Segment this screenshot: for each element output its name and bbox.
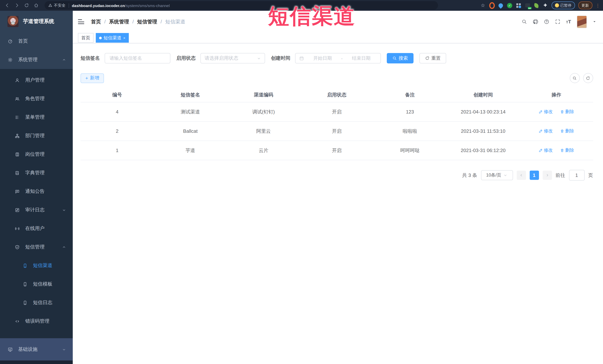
extension-leaf-icon[interactable]: [533, 3, 539, 8]
sidebar-item-sms-mgmt[interactable]: 短信管理: [0, 238, 73, 256]
sms-channel-table: 编号 短信签名 渠道编码 启用状态 备注 创建时间 操作 4 测试渠道: [81, 88, 593, 160]
browser-menu-icon[interactable]: ⋮: [596, 3, 600, 8]
sidebar-item-dept-mgmt[interactable]: 部门管理: [0, 126, 73, 145]
signature-input[interactable]: [109, 55, 166, 61]
back-icon[interactable]: [2, 1, 12, 10]
sidebar-item-post-mgmt[interactable]: 岗位管理: [0, 145, 73, 164]
security-warning[interactable]: 不安全: [48, 3, 66, 8]
signature-input-wrap: [105, 53, 170, 63]
caret-down-icon[interactable]: [592, 20, 596, 24]
reload-icon[interactable]: [22, 1, 31, 10]
breadcrumb-home[interactable]: 首页: [91, 18, 101, 25]
home-icon[interactable]: [31, 1, 41, 10]
date-range-picker[interactable]: 开始日期 - 结束日期: [295, 53, 381, 63]
breadcrumb-system-mgmt[interactable]: 系统管理: [109, 18, 129, 25]
edit-link[interactable]: 修改: [539, 109, 553, 115]
page-number-1[interactable]: 1: [530, 171, 539, 180]
url-path: /system/sms/sms-channel: [125, 3, 170, 8]
chevron-down-icon: [257, 56, 261, 60]
announcement-icon: [15, 189, 20, 194]
table-row: 4 测试渠道 调试(钉钉) 开启 123 2021-04-13 00:23:14…: [81, 102, 593, 121]
paused-label: 已暂停: [560, 3, 571, 8]
extension-on-badge-icon[interactable]: [525, 3, 530, 8]
hamburger-icon[interactable]: [78, 19, 84, 24]
date-start-placeholder[interactable]: 开始日期: [307, 55, 338, 61]
table-row: 1 芋道 云片 开启 呵呵呵哒 2021-03-31 06:12:20 修改 删…: [81, 141, 593, 160]
status-label: 启用状态: [176, 55, 196, 62]
app-logo[interactable]: 🐰 芋道管理系统: [0, 11, 73, 32]
sidebar-item-system-mgmt[interactable]: 系统管理: [0, 50, 73, 69]
tab-sms-channel[interactable]: 短信渠道 ×: [96, 33, 129, 43]
sidebar-item-user-mgmt[interactable]: 用户管理: [0, 71, 73, 89]
table-toolbar: + 新增: [81, 73, 593, 83]
sidebar-item-dict-mgmt[interactable]: 字典管理: [0, 164, 73, 182]
table-row: 2 Ballcat 阿里云 开启 啦啦啦 2021-03-31 11:53:10…: [81, 121, 593, 141]
add-button[interactable]: + 新增: [81, 73, 104, 83]
page-size-select[interactable]: 10条/页: [481, 170, 513, 180]
extension-pin-icon[interactable]: [498, 3, 504, 8]
help-icon[interactable]: [544, 19, 549, 24]
bookmark-star-icon[interactable]: ☆: [480, 3, 486, 8]
address-bar[interactable]: 不安全 dashboard.yudao.iocoder.cn/system/sm…: [45, 1, 438, 10]
url-host: dashboard.yudao.iocoder.cn: [72, 3, 125, 8]
profile-paused-badge[interactable]: 已暂停: [551, 1, 575, 9]
close-icon[interactable]: ×: [123, 36, 126, 40]
col-actions: 操作: [520, 88, 593, 102]
page-unit: 页: [588, 172, 593, 178]
edit-link[interactable]: 修改: [539, 147, 553, 154]
extensions-puzzle-icon[interactable]: [543, 3, 548, 8]
calendar-icon: [299, 56, 304, 61]
delete-link[interactable]: 删除: [560, 109, 574, 115]
status-select[interactable]: 请选择启用状态: [200, 53, 265, 63]
next-page-button[interactable]: [543, 171, 552, 180]
update-button[interactable]: 更新: [578, 1, 592, 9]
sidebar-item-role-mgmt[interactable]: 角色管理: [0, 89, 73, 108]
extension-grid-icon[interactable]: [516, 3, 521, 8]
security-label: 不安全: [54, 3, 66, 8]
signature-label: 短信签名: [81, 55, 100, 62]
goto-page-input[interactable]: [569, 170, 584, 181]
delete-link[interactable]: 删除: [560, 128, 574, 134]
sidebar-item-online-users[interactable]: 在线用户: [0, 219, 73, 238]
forward-icon[interactable]: [12, 1, 22, 10]
sidebar: 🐰 芋道管理系统 首页 系统管理 用户管理 角色管理: [0, 11, 73, 364]
date-end-placeholder[interactable]: 结束日期: [346, 55, 377, 61]
table-header-row: 编号 短信签名 渠道编码 启用状态 备注 创建时间 操作: [81, 88, 593, 102]
sidebar-item-error-code[interactable]: 错误码管理: [0, 312, 73, 331]
sidebar-item-home[interactable]: 首页: [0, 32, 73, 50]
toggle-search-button[interactable]: [569, 73, 580, 83]
reset-button[interactable]: 重置: [419, 53, 446, 63]
sidebar-section-infra: 基础设施: [0, 338, 73, 361]
extension-orange-icon[interactable]: [489, 3, 495, 8]
font-size-icon[interactable]: TT: [566, 19, 571, 24]
sidebar-item-sms-channel[interactable]: 短信渠道: [0, 256, 73, 275]
sidebar-item-menu-mgmt[interactable]: 菜单管理: [0, 108, 73, 126]
chevron-up-icon: [62, 245, 66, 249]
github-icon[interactable]: [533, 19, 538, 24]
sidebar-item-infrastructure[interactable]: 基础设施: [0, 338, 73, 361]
prev-page-button[interactable]: [517, 171, 526, 180]
sidebar-item-notice[interactable]: 通知公告: [0, 182, 73, 201]
refresh-table-button[interactable]: [583, 73, 593, 83]
badge-icon: [15, 152, 20, 157]
trash-icon: [560, 110, 564, 114]
tab-home[interactable]: 首页: [78, 33, 93, 43]
arrow-left-icon: [519, 173, 523, 177]
search-button[interactable]: 搜索: [387, 53, 414, 63]
warning-icon: [48, 3, 52, 7]
dashboard-icon: [8, 39, 13, 44]
divider: [69, 3, 69, 8]
breadcrumb-sms-mgmt[interactable]: 短信管理: [137, 18, 157, 25]
sidebar-item-sms-template[interactable]: 短信模板: [0, 275, 73, 293]
avatar[interactable]: [577, 15, 587, 28]
search-icon[interactable]: [522, 19, 527, 24]
col-remark: 备注: [373, 88, 447, 102]
created-label: 创建时间: [271, 55, 290, 62]
delete-link[interactable]: 删除: [560, 147, 574, 154]
extension-check-icon[interactable]: ✓: [507, 3, 512, 8]
sidebar-item-audit-log[interactable]: 审计日志: [0, 201, 73, 219]
edit-link[interactable]: 修改: [539, 128, 553, 134]
infrastructure-icon: [8, 347, 13, 352]
fullscreen-icon[interactable]: [555, 19, 560, 24]
sidebar-item-sms-log[interactable]: 短信日志: [0, 293, 73, 312]
